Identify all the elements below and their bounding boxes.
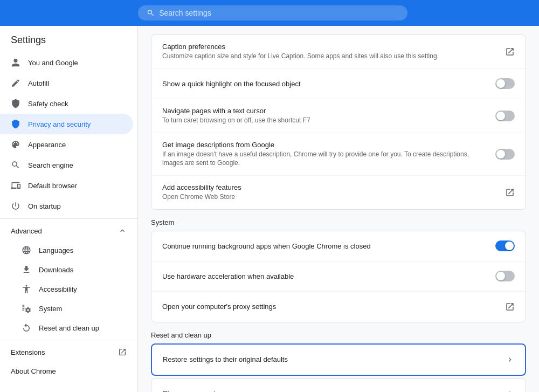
cleanup-chevron-icon xyxy=(506,389,515,392)
header xyxy=(0,0,539,26)
sidebar-divider-2 xyxy=(0,340,137,340)
accessibility-features-external-icon xyxy=(505,188,515,197)
sidebar-item-you-google[interactable]: You and Google xyxy=(0,52,137,73)
caption-external-icon xyxy=(505,47,515,57)
sidebar-item-on-startup[interactable]: On startup xyxy=(0,196,137,216)
sidebar-divider-1 xyxy=(0,218,137,219)
sidebar-label-reset: Reset and clean up xyxy=(39,324,99,332)
power-icon xyxy=(11,201,20,211)
caption-prefs-title: Caption preferences xyxy=(162,43,496,51)
image-desc-title: Get image descriptions from Google xyxy=(162,141,487,149)
globe-icon xyxy=(22,245,31,255)
sidebar-label-appearance: Appearance xyxy=(28,141,66,149)
bg-apps-row: Continue running background apps when Go… xyxy=(151,231,526,262)
sidebar-advanced-label: Advanced xyxy=(11,227,42,235)
shield-icon xyxy=(11,99,20,108)
restore-defaults-card: Restore settings to their original defau… xyxy=(151,343,526,376)
text-cursor-title: Navigate pages with a text cursor xyxy=(162,107,487,115)
highlight-focus-toggle[interactable] xyxy=(495,78,515,89)
sidebar-item-autofill[interactable]: Autofill xyxy=(0,73,137,93)
sidebar-label-privacy-security: Privacy and security xyxy=(28,120,91,128)
sidebar: Settings You and Google Autofill Safety … xyxy=(0,26,138,392)
proxy-title: Open your computer's proxy settings xyxy=(162,302,496,311)
image-desc-desc: If an image doesn't have a useful descri… xyxy=(162,150,487,168)
palette-icon xyxy=(11,140,20,149)
restore-defaults-title: Restore settings to their original defau… xyxy=(163,355,497,363)
hw-accel-row: Use hardware acceleration when available xyxy=(151,262,526,292)
privacy-shield-icon xyxy=(11,119,20,129)
sidebar-item-safety-check[interactable]: Safety check xyxy=(0,93,137,114)
search-engine-icon xyxy=(11,160,20,170)
sidebar-label-on-startup: On startup xyxy=(28,202,61,210)
bg-apps-toggle[interactable] xyxy=(495,240,515,251)
autofill-icon xyxy=(11,78,20,88)
cleanup-card: Clean up computer xyxy=(151,378,526,392)
sidebar-about-label: About Chrome xyxy=(11,367,56,375)
search-icon xyxy=(147,9,155,17)
toggle-knob xyxy=(496,150,505,159)
system-section-title: System xyxy=(151,218,526,226)
toggle-knob xyxy=(496,79,505,88)
highlight-focus-title: Show a quick highlight on the focused ob… xyxy=(162,80,487,88)
sidebar-item-default-browser[interactable]: Default browser xyxy=(0,175,137,196)
sidebar-extensions-label: Extensions xyxy=(11,348,45,356)
image-desc-toggle[interactable] xyxy=(495,149,515,160)
download-icon xyxy=(22,265,31,274)
sidebar-item-system[interactable]: System xyxy=(0,299,137,318)
sidebar-label-accessibility: Accessibility xyxy=(39,285,77,293)
toggle-knob xyxy=(496,112,505,120)
accessibility-features-desc: Open Chrome Web Store xyxy=(162,192,496,202)
caption-prefs-row[interactable]: Caption preferences Customize caption si… xyxy=(151,35,526,69)
sidebar-advanced-section[interactable]: Advanced xyxy=(0,221,137,240)
bg-apps-title: Continue running background apps when Go… xyxy=(162,242,487,250)
sidebar-label-languages: Languages xyxy=(39,246,73,255)
sidebar-label-you-google: You and Google xyxy=(28,59,78,67)
browser-icon xyxy=(11,181,20,190)
sidebar-item-languages[interactable]: Languages xyxy=(0,240,137,260)
sidebar-item-reset[interactable]: Reset and clean up xyxy=(0,318,137,338)
hw-accel-title: Use hardware acceleration when available xyxy=(162,272,487,280)
sidebar-label-downloads: Downloads xyxy=(39,266,73,274)
sidebar-label-search-engine: Search engine xyxy=(28,161,73,169)
search-input[interactable] xyxy=(159,9,399,17)
accessibility-features-row[interactable]: Add accessibility features Open Chrome W… xyxy=(151,176,526,209)
proxy-row[interactable]: Open your computer's proxy settings xyxy=(151,292,526,322)
hw-accel-toggle[interactable] xyxy=(495,271,515,281)
proxy-external-icon xyxy=(505,302,515,312)
accessibility-features-title: Add accessibility features xyxy=(162,183,496,191)
sidebar-item-appearance[interactable]: Appearance xyxy=(0,134,137,155)
system-card: Continue running background apps when Go… xyxy=(151,231,526,322)
highlight-focus-row: Show a quick highlight on the focused ob… xyxy=(151,69,526,99)
sidebar-title: Settings xyxy=(0,26,137,52)
toggle-knob xyxy=(496,272,505,280)
accessibility-icon xyxy=(22,284,31,294)
sidebar-item-about-chrome[interactable]: About Chrome xyxy=(0,362,137,381)
restore-defaults-chevron-icon xyxy=(506,355,514,364)
main-content: Caption preferences Customize caption si… xyxy=(138,26,539,392)
restore-defaults-row[interactable]: Restore settings to their original defau… xyxy=(152,345,525,375)
person-icon xyxy=(11,58,20,67)
text-cursor-row: Navigate pages with a text cursor To tur… xyxy=(151,99,526,133)
cleanup-title: Clean up computer xyxy=(162,389,497,392)
layout: Settings You and Google Autofill Safety … xyxy=(0,26,539,392)
sidebar-item-downloads[interactable]: Downloads xyxy=(0,260,137,279)
text-cursor-toggle[interactable] xyxy=(495,111,515,121)
sidebar-item-search-engine[interactable]: Search engine xyxy=(0,155,137,175)
image-desc-row: Get image descriptions from Google If an… xyxy=(151,133,526,176)
toggle-knob xyxy=(505,242,514,250)
sidebar-label-system: System xyxy=(39,305,62,313)
text-cursor-desc: To turn caret browsing on or off, use th… xyxy=(162,116,487,125)
reset-section-title: Reset and clean up xyxy=(151,331,526,339)
cleanup-row[interactable]: Clean up computer xyxy=(151,379,526,392)
search-bar[interactable] xyxy=(138,5,407,20)
accessibility-card: Caption preferences Customize caption si… xyxy=(151,35,526,210)
external-link-icon xyxy=(118,348,127,356)
sidebar-item-privacy-security[interactable]: Privacy and security xyxy=(0,114,133,134)
sidebar-label-default-browser: Default browser xyxy=(28,182,77,190)
sidebar-item-extensions[interactable]: Extensions xyxy=(0,342,137,362)
chevron-up-icon xyxy=(118,226,127,235)
sidebar-item-accessibility[interactable]: Accessibility xyxy=(0,279,137,299)
sidebar-label-autofill: Autofill xyxy=(28,79,49,87)
reset-icon xyxy=(22,323,31,333)
caption-prefs-desc: Customize caption size and style for Liv… xyxy=(162,52,496,61)
